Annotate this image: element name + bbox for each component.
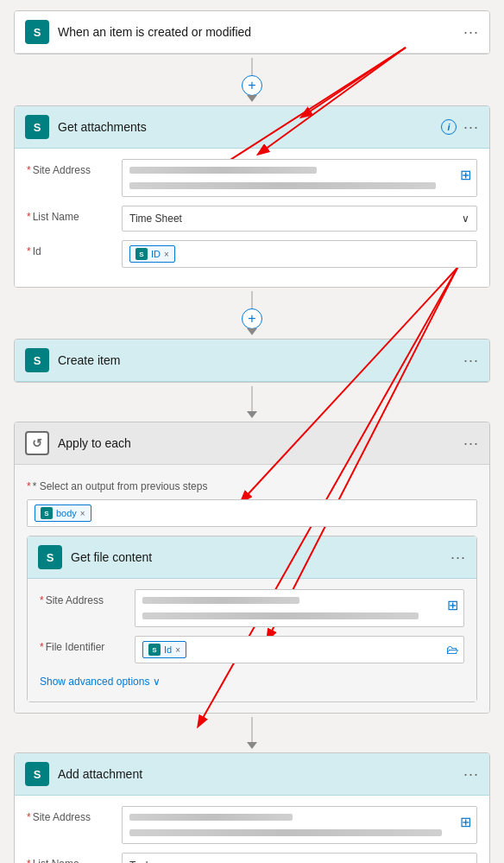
aa-site-address-expand-icon[interactable]: ⊞ [460,814,471,830]
trigger-icon: S [25,20,49,44]
aa-list-name-row: *List Name Tasks ∨ [27,853,477,863]
id-tag: S ID × [129,245,175,263]
connector-line-4 [251,717,253,743]
add-attachment-actions: ··· [463,766,479,782]
trigger-title: When an item is created or modified [58,25,463,39]
get-attachments-actions: i ··· [441,119,479,135]
connector-arrow-3 [247,411,257,418]
site-address-label: *Site Address [27,159,122,176]
id-label: *Id [27,240,122,257]
connector-line-3 [251,386,253,412]
body-tag-box[interactable]: S body × [27,499,477,527]
gfc-site-address-expand-icon[interactable]: ⊞ [447,597,458,613]
add-attachment-menu-btn[interactable]: ··· [463,766,479,782]
id-box[interactable]: S ID × [122,240,477,268]
apply-to-each-body: ** Select an output from previous steps … [15,465,489,713]
file-identifier-box[interactable]: S Id × 🗁 [135,636,464,663]
get-attachments-info-btn[interactable]: i [441,119,457,135]
add-attachment-header: S Add attachment ··· [15,753,489,796]
get-file-content-card: S Get file content ··· *Site Address [27,536,477,702]
connector-line-2 [251,291,253,308]
connector-arrow-2 [247,328,257,335]
get-file-content-header: S Get file content ··· [28,536,476,579]
file-identifier-label: *File Identifier [40,636,135,653]
list-name-input[interactable]: Time Sheet ∨ [122,206,477,232]
trigger-actions: ··· [463,24,479,40]
id-tag-icon: S [135,248,148,260]
connector-2: + [242,291,262,335]
add-attachment-body: *Site Address ⊞ *List Name Tasks [15,796,489,863]
show-advanced-options-link[interactable]: Show advanced options ∨ [40,672,464,691]
create-item-title: Create item [58,353,463,367]
aa-list-name-input[interactable]: Tasks ∨ [122,853,477,863]
add-attachment-icon: S [25,762,49,786]
connector-line-1 [251,58,253,75]
apply-to-each-icon: ↺ [25,431,49,455]
get-attachments-title: Get attachments [58,120,441,134]
get-file-content-title: Get file content [71,550,450,564]
gfc-site-address-row: *Site Address ⊞ [40,589,464,627]
site-address-expand-icon[interactable]: ⊞ [460,167,471,183]
aa-site-address-input[interactable]: ⊞ [122,806,477,844]
create-item-header: S Create item ··· [15,339,489,382]
file-id-tag: S Id × [142,641,186,658]
file-id-tag-icon: S [148,644,161,656]
file-id-tag-remove[interactable]: × [175,645,180,655]
aa-list-name-chevron: ∨ [462,860,469,863]
get-file-content-menu-btn[interactable]: ··· [450,549,466,565]
apply-to-each-title: Apply to each [58,436,463,450]
advanced-options-label: Show advanced options [40,676,149,688]
create-item-card: S Create item ··· [14,339,490,383]
site-address-input[interactable]: ⊞ [122,159,477,197]
get-attachments-card: S Get attachments i ··· *Site Address [14,105,490,288]
get-file-content-icon: S [38,545,62,569]
aa-site-address-label: *Site Address [27,806,122,823]
file-identifier-row: *File Identifier S Id × 🗁 [40,636,464,663]
list-name-row: *List Name Time Sheet ∨ [27,206,477,232]
trigger-header: S When an item is created or modified ··… [15,11,489,54]
connector-arrow-1 [247,95,257,102]
advanced-options-chevron: ∨ [153,676,161,688]
get-attachments-menu-btn[interactable]: ··· [463,119,479,135]
aa-list-name-select[interactable]: Tasks ∨ [122,853,477,863]
body-tag-icon: S [41,507,53,519]
connector-4 [247,717,257,749]
id-input[interactable]: S ID × [122,240,477,268]
body-tag-label: body [56,508,77,518]
create-item-actions: ··· [463,352,479,368]
create-item-menu-btn[interactable]: ··· [463,352,479,368]
select-output-row: ** Select an output from previous steps [27,475,477,492]
list-name-chevron: ∨ [462,213,469,225]
file-folder-icon[interactable]: 🗁 [446,643,458,657]
aa-site-address-row: *Site Address ⊞ [27,806,477,844]
body-tag-remove[interactable]: × [80,509,85,518]
connector-3 [247,386,257,418]
trigger-card: S When an item is created or modified ··… [14,10,490,54]
get-attachments-icon: S [25,115,49,139]
get-attachments-header: S Get attachments i ··· [15,106,489,149]
file-identifier-input[interactable]: S Id × 🗁 [135,636,464,663]
apply-to-each-header: ↺ Apply to each ··· [15,422,489,465]
site-address-row: *Site Address ⊞ [27,159,477,197]
list-name-label: *List Name [27,206,122,223]
connector-arrow-4 [247,742,257,749]
apply-to-each-menu-btn[interactable]: ··· [463,435,479,451]
add-step-btn-1[interactable]: + [242,75,262,96]
select-output-label: ** Select an output from previous steps [27,475,214,492]
site-address-box[interactable]: ⊞ [122,159,477,197]
aa-list-name-label: *List Name [27,853,122,863]
apply-to-each-card: ↺ Apply to each ··· ** Select an output … [14,422,490,714]
create-item-icon: S [25,348,49,372]
trigger-menu-btn[interactable]: ··· [463,24,479,40]
add-step-btn-2[interactable]: + [242,308,262,329]
get-attachments-body: *Site Address ⊞ *List Name Time [15,149,489,287]
id-tag-remove[interactable]: × [164,250,169,259]
aa-site-address-box[interactable]: ⊞ [122,806,477,844]
list-name-value: Time Sheet [129,213,182,225]
gfc-site-address-box[interactable]: ⊞ [135,589,464,627]
list-name-select[interactable]: Time Sheet ∨ [122,206,477,232]
select-output-input-row: S body × [27,499,477,527]
aa-list-name-value: Tasks [129,860,156,863]
body-tag: S body × [35,504,91,522]
gfc-site-address-input[interactable]: ⊞ [135,589,464,627]
